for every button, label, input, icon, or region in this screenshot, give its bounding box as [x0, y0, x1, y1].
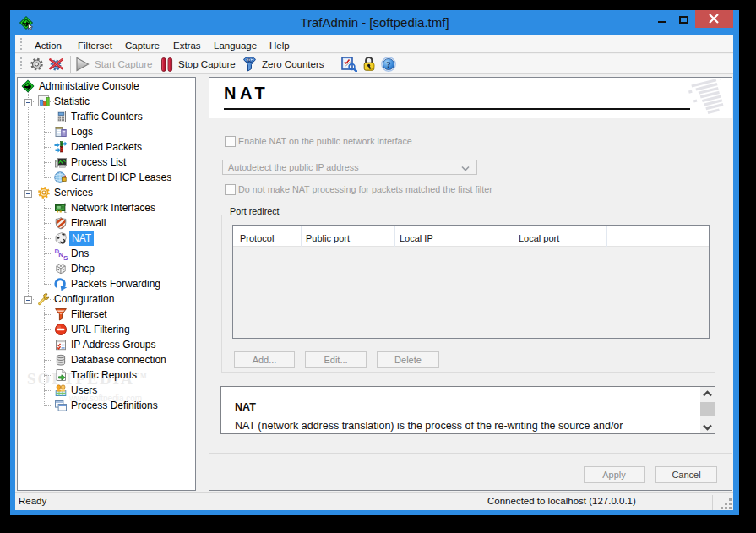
svg-text:S: S	[63, 254, 68, 261]
svg-text:?: ?	[386, 59, 391, 69]
